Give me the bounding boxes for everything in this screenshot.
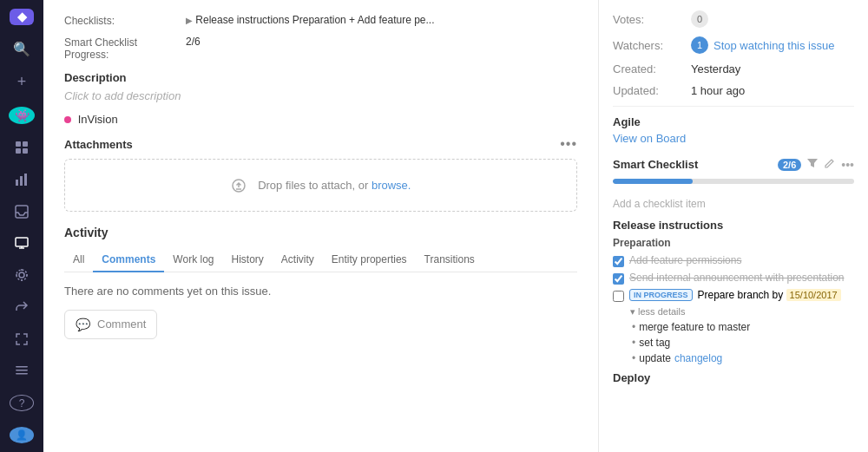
smart-checklist-header: Smart Checklist 2/6 ••• — [613, 157, 854, 172]
comment-icon: 💬 — [76, 318, 90, 331]
share-icon[interactable] — [10, 299, 34, 316]
plus-icon[interactable]: + — [10, 73, 34, 91]
svg-rect-12 — [16, 370, 28, 371]
tab-activity[interactable]: Activity — [273, 248, 323, 272]
checklists-label: Checklists: — [64, 14, 186, 27]
updated-value: 1 hour ago — [691, 84, 854, 97]
drop-zone[interactable]: Drop files to attach, or browse. — [64, 159, 577, 212]
svg-rect-3 — [23, 148, 28, 154]
sidebar: ◆ 🔍 + 👾 ? 👤 — [0, 0, 43, 452]
date-highlight: 15/10/2017 — [786, 289, 841, 301]
list-icon[interactable] — [10, 363, 34, 379]
upload-icon — [231, 177, 250, 193]
inbox-icon[interactable] — [10, 203, 34, 219]
invision-label: InVision — [64, 113, 577, 126]
activity-tabs: All Comments Work log History Activity E… — [64, 248, 577, 272]
sub-items: merge feature to master set tag update c… — [632, 321, 854, 364]
svg-rect-2 — [16, 148, 21, 154]
divider — [613, 106, 854, 107]
svg-rect-1 — [23, 141, 28, 147]
user-avatar[interactable]: 👤 — [10, 427, 34, 443]
svg-rect-8 — [16, 238, 28, 246]
monitor-icon[interactable] — [10, 235, 34, 252]
checklist-item-3-checkbox[interactable] — [613, 291, 624, 302]
smart-checklist-value: 2/6 — [186, 36, 577, 48]
created-value: Yesterday — [691, 62, 854, 75]
updated-row: Updated: 1 hour ago — [613, 84, 854, 97]
progress-bar-row — [613, 179, 854, 191]
monster-avatar[interactable]: 👾 — [9, 107, 35, 124]
smart-checklist-title: Smart Checklist — [613, 158, 698, 171]
main-content: Checklists: ▶ Release instructions Prepa… — [43, 0, 868, 452]
checklists-value: ▶ Release instructions Preparation + Add… — [186, 14, 577, 26]
created-row: Created: Yesterday — [613, 62, 854, 75]
deploy-label: Deploy — [613, 371, 854, 384]
checklist-item-1-text: Add feature permissions — [629, 254, 741, 266]
checklist-item-1: Add feature permissions — [613, 254, 854, 267]
watchers-count: 1 — [691, 36, 708, 54]
sub-item-3: update changelog — [632, 352, 854, 364]
chart-icon[interactable] — [10, 172, 34, 188]
expand-icon[interactable] — [10, 331, 34, 347]
activity-section: Activity All Comments Work log History A… — [64, 226, 577, 339]
tab-history[interactable]: History — [223, 248, 273, 272]
tab-all[interactable]: All — [64, 248, 93, 272]
tab-comments[interactable]: Comments — [93, 248, 164, 272]
search-icon[interactable]: 🔍 — [10, 41, 34, 57]
left-panel: Checklists: ▶ Release instructions Prepa… — [43, 0, 599, 452]
edit-icon[interactable] — [824, 157, 836, 172]
no-comments-text: There are no comments yet on this issue. — [64, 285, 577, 298]
tab-transitions[interactable]: Transitions — [416, 248, 483, 272]
chevron-right-icon: ▶ — [186, 16, 193, 25]
view-on-board-link[interactable]: View on Board — [613, 132, 686, 145]
updated-label: Updated: — [613, 84, 691, 97]
checklist-item-2-text: Send internal announcement with presenta… — [629, 272, 845, 284]
puzzle-icon[interactable] — [10, 267, 34, 284]
votes-label: Votes: — [613, 13, 691, 26]
svg-rect-5 — [20, 176, 23, 186]
svg-rect-0 — [16, 141, 21, 147]
svg-rect-11 — [16, 366, 28, 368]
svg-rect-6 — [24, 174, 27, 186]
smart-checklist-row: Smart ChecklistProgress: 2/6 — [64, 36, 577, 61]
drop-text: Drop files to attach, or — [258, 179, 368, 192]
tab-entity-properties[interactable]: Entity properties — [323, 248, 416, 272]
activity-title: Activity — [64, 226, 577, 239]
svg-rect-13 — [16, 373, 28, 375]
browse-link[interactable]: browse. — [372, 179, 411, 192]
attachments-menu-button[interactable]: ••• — [560, 136, 577, 152]
comment-placeholder: Comment — [97, 318, 146, 331]
in-progress-badge: IN PROGRESS — [629, 289, 693, 301]
help-icon[interactable]: ? — [10, 395, 34, 411]
grid-icon[interactable] — [10, 140, 34, 156]
progress-bar-container — [613, 179, 854, 191]
filter-icon[interactable] — [806, 157, 819, 172]
progress-bar-fill — [613, 179, 693, 184]
checklists-row: Checklists: ▶ Release instructions Prepa… — [64, 14, 577, 27]
preparation-label: Preparation — [613, 237, 854, 249]
votes-row: Votes: 0 — [613, 10, 854, 28]
changelog-link[interactable]: changelog — [674, 352, 722, 364]
tab-worklog[interactable]: Work log — [164, 248, 222, 272]
app-logo[interactable]: ◆ — [10, 9, 34, 25]
svg-point-10 — [16, 270, 27, 280]
description-placeholder[interactable]: Click to add description — [64, 89, 577, 102]
comment-input[interactable]: 💬 Comment — [64, 310, 157, 339]
checklist-release-title: Release instructions — [613, 219, 854, 232]
less-details-toggle[interactable]: less details — [630, 306, 854, 318]
more-options-icon[interactable]: ••• — [841, 158, 854, 172]
right-panel: Votes: 0 Watchers: 1 Stop watching this … — [599, 0, 868, 452]
checklist-item-3-text: Prepare branch by 15/10/2017 — [698, 289, 841, 301]
checklist-item-1-checkbox[interactable] — [613, 256, 624, 267]
smart-checklist-label: Smart ChecklistProgress: — [64, 36, 186, 61]
checklist-item-2-checkbox[interactable] — [613, 273, 624, 285]
sub-item-2: set tag — [632, 337, 854, 349]
svg-point-9 — [19, 272, 24, 278]
watchers-row: Watchers: 1 Stop watching this issue — [613, 36, 854, 54]
attachments-title: Attachments — [64, 138, 133, 151]
sub-item-1: merge feature to master — [632, 321, 854, 333]
add-checklist-input[interactable]: Add a checklist item — [613, 198, 854, 210]
stop-watching-link[interactable]: Stop watching this issue — [713, 39, 834, 52]
votes-count: 0 — [691, 10, 708, 28]
watchers-label: Watchers: — [613, 39, 691, 52]
